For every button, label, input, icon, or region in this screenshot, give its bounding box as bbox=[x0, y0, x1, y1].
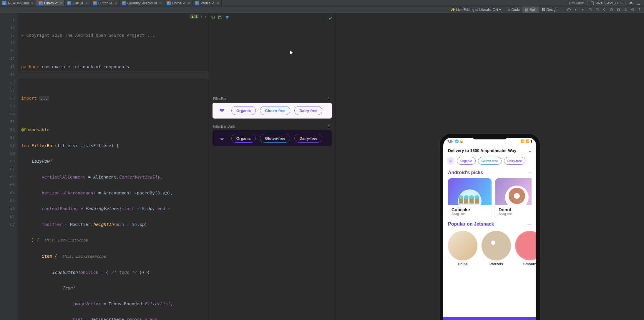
filter-chip[interactable]: Gluten-free bbox=[260, 106, 290, 115]
rotate-right-icon[interactable] bbox=[595, 8, 599, 12]
close-icon[interactable]: × bbox=[31, 1, 34, 5]
live-edit-toggle[interactable]: ✨ Live Editing of Literals: ON ▾ bbox=[448, 8, 504, 12]
home-icon[interactable] bbox=[609, 8, 613, 12]
card-subtitle: A tag line bbox=[452, 212, 488, 216]
more-icon[interactable] bbox=[638, 8, 642, 12]
svg-rect-16 bbox=[618, 9, 620, 11]
svg-point-15 bbox=[610, 9, 613, 11]
compose-preview-pane: ✔ FilterBar 📱 Organic Gluten-free Dairy-… bbox=[209, 13, 336, 320]
overview-icon[interactable] bbox=[616, 8, 620, 12]
svg-point-40 bbox=[469, 195, 474, 199]
card-subtitle: A tag line bbox=[499, 212, 532, 216]
tab-cart[interactable]: Cart.kt × bbox=[65, 0, 90, 6]
chevron-up-icon[interactable]: ∧ bbox=[200, 15, 203, 19]
delivery-text: Delivery to 1600 Amphitheater Way bbox=[448, 148, 516, 153]
bottom-nav: HOME bbox=[443, 317, 536, 320]
view-code-button[interactable]: ≡ Code bbox=[506, 6, 523, 13]
popular-item[interactable]: Chips bbox=[448, 231, 477, 266]
refresh-preview-icon[interactable] bbox=[211, 15, 215, 20]
tab-label: Profile.kt bbox=[200, 1, 214, 5]
layers-icon[interactable] bbox=[225, 15, 230, 20]
refresh-icon[interactable] bbox=[630, 8, 635, 12]
device-icon[interactable]: 📱 bbox=[327, 124, 331, 129]
tab-label: Button.kt bbox=[98, 1, 112, 5]
filter-chip[interactable]: Dairy-free bbox=[294, 106, 322, 115]
device-selector[interactable]: Pixel 5 API 30 × bbox=[587, 0, 626, 6]
svg-rect-13 bbox=[589, 9, 591, 11]
svg-point-19 bbox=[639, 8, 640, 9]
camera-icon[interactable] bbox=[623, 8, 628, 12]
volume-up-icon[interactable] bbox=[574, 8, 578, 12]
minimize-icon[interactable] bbox=[636, 1, 641, 6]
close-icon[interactable]: × bbox=[188, 1, 190, 5]
svg-point-38 bbox=[459, 195, 463, 199]
tab-filters[interactable]: Filters.kt × bbox=[36, 0, 65, 6]
close-icon[interactable]: × bbox=[85, 1, 88, 5]
chevron-down-icon[interactable]: ⌄ bbox=[528, 148, 532, 153]
view-split-button[interactable]: ▥ Split bbox=[522, 6, 539, 13]
close-icon[interactable]: × bbox=[60, 1, 62, 5]
close-icon[interactable]: × bbox=[114, 1, 117, 5]
tab-home[interactable]: Home.kt × bbox=[164, 0, 192, 6]
view-split-label: Split bbox=[530, 8, 536, 12]
popular-item[interactable]: Pretzels bbox=[482, 231, 511, 266]
filter-chip[interactable]: Gluten-free bbox=[260, 134, 290, 143]
emulator-pane: 7:04 🌐 🔒 📶 📶 ▮ Delivery to 1600 Amphithe… bbox=[336, 13, 644, 320]
svg-rect-23 bbox=[219, 16, 221, 17]
line-gutter: 1161718194748495051525354555657585960616… bbox=[0, 13, 18, 320]
volume-down-icon[interactable] bbox=[581, 8, 585, 12]
back-icon[interactable] bbox=[602, 8, 606, 12]
arrow-right-icon[interactable]: → bbox=[527, 221, 532, 227]
close-icon[interactable]: × bbox=[160, 1, 162, 5]
tab-readme[interactable]: M README.md × bbox=[0, 0, 36, 6]
filter-chip[interactable]: Dairy-free bbox=[504, 157, 525, 165]
image-icon: 🖼 bbox=[542, 8, 545, 12]
device-icon[interactable]: 📱 bbox=[327, 97, 331, 101]
tab-profile[interactable]: Profile.kt × bbox=[192, 0, 221, 6]
live-edit-label: Live Editing of Literals: ON bbox=[456, 8, 498, 12]
tab-label: Cart.kt bbox=[73, 1, 83, 5]
interactive-preview-icon[interactable] bbox=[218, 15, 223, 20]
filter-chip[interactable]: Gluten-free bbox=[478, 157, 502, 165]
close-icon[interactable]: × bbox=[620, 1, 623, 5]
card-title: Cupcake bbox=[452, 207, 488, 212]
popular-item[interactable]: Smooth bbox=[515, 231, 536, 266]
chevron-down-icon[interactable]: ∨ bbox=[205, 15, 207, 19]
filter-icon[interactable] bbox=[447, 157, 454, 165]
preview-name-light: FilterBar bbox=[213, 97, 226, 101]
code-area[interactable]: / Copyright 2020 The Android Open Source… bbox=[18, 13, 209, 320]
filter-chip[interactable]: Organic bbox=[231, 106, 256, 115]
svg-rect-10 bbox=[637, 4, 640, 5]
product-card[interactable]: Donut A tag line bbox=[495, 178, 532, 219]
filter-chip[interactable]: Organic bbox=[457, 157, 476, 165]
product-card[interactable]: Cupcake A tag line bbox=[448, 178, 492, 219]
arrow-right-icon[interactable]: → bbox=[527, 170, 532, 175]
popular-label: Chips bbox=[458, 262, 467, 266]
phone-icon bbox=[590, 1, 594, 5]
kotlin-file-icon bbox=[167, 1, 171, 5]
close-icon[interactable]: × bbox=[217, 1, 219, 5]
popular-label: Smooth bbox=[523, 262, 536, 266]
check-icon: ✔ bbox=[328, 16, 332, 21]
section-title: Android's picks bbox=[448, 170, 483, 175]
code-editor[interactable]: 1161718194748495051525354555657585960616… bbox=[0, 13, 209, 320]
chevron-down-icon: ▾ bbox=[499, 8, 501, 12]
list-icon: ≡ bbox=[508, 8, 510, 12]
delivery-header[interactable]: Delivery to 1600 Amphitheater Way ⌄ bbox=[443, 145, 536, 156]
power-icon[interactable] bbox=[567, 8, 571, 12]
gear-icon[interactable] bbox=[629, 1, 633, 6]
filter-chip[interactable]: Organic bbox=[231, 134, 256, 143]
kotlin-file-icon bbox=[39, 1, 43, 5]
tab-label: Filters.kt bbox=[44, 1, 57, 5]
preview-filterbar-light: Organic Gluten-free Dairy-free bbox=[213, 103, 332, 119]
rotate-left-icon[interactable] bbox=[588, 8, 592, 12]
tab-button[interactable]: Button.kt × bbox=[90, 0, 119, 6]
tab-quantity-selector[interactable]: QuantitySelector.kt × bbox=[119, 0, 164, 6]
device-screen[interactable]: 7:04 🌐 🔒 📶 📶 ▮ Delivery to 1600 Amphithe… bbox=[443, 138, 536, 320]
svg-point-9 bbox=[630, 2, 632, 4]
warnings-badge[interactable]: ▲ 1 bbox=[190, 14, 199, 19]
view-design-button[interactable]: 🖼 Design bbox=[539, 6, 560, 13]
filter-chip[interactable]: Dairy-free bbox=[294, 134, 322, 143]
filter-icon bbox=[217, 133, 227, 144]
signal-icon: 📶 bbox=[525, 139, 530, 143]
